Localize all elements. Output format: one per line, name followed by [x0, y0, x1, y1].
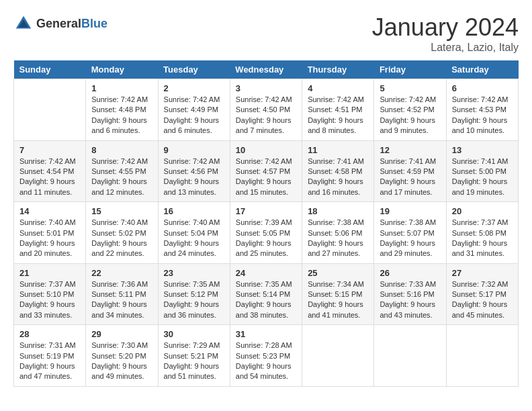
day-number: 1	[91, 83, 152, 93]
calendar-cell: 6Sunrise: 7:42 AMSunset: 4:53 PMDaylight…	[446, 79, 518, 141]
day-content: Sunrise: 7:42 AMSunset: 4:53 PMDaylight:…	[452, 95, 513, 136]
day-content: Sunrise: 7:42 AMSunset: 4:48 PMDaylight:…	[91, 95, 152, 136]
page-header: GeneralBlue January 2024 Latera, Lazio, …	[13, 13, 519, 54]
calendar-cell: 3Sunrise: 7:42 AMSunset: 4:50 PMDaylight…	[230, 79, 302, 141]
day-number: 29	[91, 329, 152, 339]
col-header-wednesday: Wednesday	[230, 60, 302, 79]
day-content: Sunrise: 7:41 AMSunset: 5:00 PMDaylight:…	[452, 156, 513, 198]
col-header-tuesday: Tuesday	[158, 60, 230, 79]
day-number: 15	[91, 206, 152, 216]
day-content: Sunrise: 7:33 AMSunset: 5:16 PMDaylight:…	[380, 279, 440, 321]
calendar-cell: 7Sunrise: 7:42 AMSunset: 4:54 PMDaylight…	[14, 140, 86, 202]
day-content: Sunrise: 7:42 AMSunset: 4:54 PMDaylight:…	[19, 156, 80, 198]
day-number: 9	[164, 145, 224, 155]
day-number: 4	[308, 83, 368, 93]
day-number: 2	[164, 83, 224, 93]
day-content: Sunrise: 7:40 AMSunset: 5:02 PMDaylight:…	[91, 218, 152, 259]
day-content: Sunrise: 7:42 AMSunset: 4:57 PMDaylight:…	[236, 156, 296, 198]
calendar-cell: 18Sunrise: 7:38 AMSunset: 5:06 PMDayligh…	[302, 202, 374, 264]
day-content: Sunrise: 7:40 AMSunset: 5:01 PMDaylight:…	[19, 218, 80, 259]
logo: GeneralBlue	[13, 13, 107, 34]
calendar-cell	[446, 325, 518, 387]
col-header-saturday: Saturday	[446, 60, 518, 79]
calendar-cell: 1Sunrise: 7:42 AMSunset: 4:48 PMDaylight…	[86, 79, 158, 141]
calendar-cell: 22Sunrise: 7:36 AMSunset: 5:11 PMDayligh…	[86, 263, 158, 325]
day-number: 20	[452, 206, 513, 216]
day-content: Sunrise: 7:38 AMSunset: 5:06 PMDaylight:…	[308, 218, 368, 259]
day-number: 5	[380, 83, 440, 93]
day-number: 24	[236, 268, 296, 278]
calendar-week-row: 14Sunrise: 7:40 AMSunset: 5:01 PMDayligh…	[14, 202, 519, 264]
calendar-cell: 13Sunrise: 7:41 AMSunset: 5:00 PMDayligh…	[446, 140, 518, 202]
logo-general-text: General	[36, 17, 81, 30]
day-number: 11	[308, 145, 368, 155]
day-number: 10	[236, 145, 296, 155]
day-number: 22	[91, 268, 152, 278]
calendar-header-row: SundayMondayTuesdayWednesdayThursdayFrid…	[14, 60, 519, 79]
logo-blue-text: Blue	[81, 17, 107, 30]
day-number: 21	[19, 268, 80, 278]
day-number: 14	[19, 206, 80, 216]
day-content: Sunrise: 7:28 AMSunset: 5:23 PMDaylight:…	[236, 340, 296, 382]
day-number: 26	[380, 268, 440, 278]
day-content: Sunrise: 7:31 AMSunset: 5:19 PMDaylight:…	[19, 340, 80, 382]
day-content: Sunrise: 7:42 AMSunset: 4:49 PMDaylight:…	[164, 95, 224, 136]
day-number: 27	[452, 268, 513, 278]
day-number: 7	[19, 145, 80, 155]
title-block: January 2024 Latera, Lazio, Italy	[372, 13, 519, 54]
day-number: 31	[236, 329, 296, 339]
day-content: Sunrise: 7:37 AMSunset: 5:08 PMDaylight:…	[452, 218, 513, 259]
calendar-cell: 28Sunrise: 7:31 AMSunset: 5:19 PMDayligh…	[14, 325, 86, 387]
calendar-cell: 26Sunrise: 7:33 AMSunset: 5:16 PMDayligh…	[374, 263, 446, 325]
day-content: Sunrise: 7:42 AMSunset: 4:50 PMDaylight:…	[236, 95, 296, 136]
calendar-cell: 20Sunrise: 7:37 AMSunset: 5:08 PMDayligh…	[446, 202, 518, 264]
calendar-cell: 2Sunrise: 7:42 AMSunset: 4:49 PMDaylight…	[158, 79, 230, 141]
day-number: 8	[91, 145, 152, 155]
day-content: Sunrise: 7:42 AMSunset: 4:56 PMDaylight:…	[164, 156, 224, 198]
day-content: Sunrise: 7:41 AMSunset: 4:59 PMDaylight:…	[380, 156, 440, 198]
day-content: Sunrise: 7:30 AMSunset: 5:20 PMDaylight:…	[91, 340, 152, 382]
day-content: Sunrise: 7:42 AMSunset: 4:55 PMDaylight:…	[91, 156, 152, 198]
logo-icon	[13, 13, 34, 34]
day-content: Sunrise: 7:29 AMSunset: 5:21 PMDaylight:…	[164, 340, 224, 382]
calendar-cell: 29Sunrise: 7:30 AMSunset: 5:20 PMDayligh…	[86, 325, 158, 387]
calendar-cell: 4Sunrise: 7:42 AMSunset: 4:51 PMDaylight…	[302, 79, 374, 141]
calendar-cell: 11Sunrise: 7:41 AMSunset: 4:58 PMDayligh…	[302, 140, 374, 202]
day-number: 25	[308, 268, 368, 278]
col-header-monday: Monday	[86, 60, 158, 79]
calendar-cell: 21Sunrise: 7:37 AMSunset: 5:10 PMDayligh…	[14, 263, 86, 325]
calendar-cell: 10Sunrise: 7:42 AMSunset: 4:57 PMDayligh…	[230, 140, 302, 202]
calendar-week-row: 28Sunrise: 7:31 AMSunset: 5:19 PMDayligh…	[14, 325, 519, 387]
calendar-cell: 19Sunrise: 7:38 AMSunset: 5:07 PMDayligh…	[374, 202, 446, 264]
day-number: 16	[164, 206, 224, 216]
col-header-thursday: Thursday	[302, 60, 374, 79]
day-content: Sunrise: 7:34 AMSunset: 5:15 PMDaylight:…	[308, 279, 368, 321]
calendar-cell: 25Sunrise: 7:34 AMSunset: 5:15 PMDayligh…	[302, 263, 374, 325]
day-number: 17	[236, 206, 296, 216]
day-content: Sunrise: 7:39 AMSunset: 5:05 PMDaylight:…	[236, 218, 296, 259]
day-content: Sunrise: 7:38 AMSunset: 5:07 PMDaylight:…	[380, 218, 440, 259]
col-header-friday: Friday	[374, 60, 446, 79]
day-content: Sunrise: 7:37 AMSunset: 5:10 PMDaylight:…	[19, 279, 80, 321]
calendar-cell	[302, 325, 374, 387]
day-content: Sunrise: 7:32 AMSunset: 5:17 PMDaylight:…	[452, 279, 513, 321]
day-content: Sunrise: 7:36 AMSunset: 5:11 PMDaylight:…	[91, 279, 152, 321]
calendar-cell: 31Sunrise: 7:28 AMSunset: 5:23 PMDayligh…	[230, 325, 302, 387]
calendar-week-row: 7Sunrise: 7:42 AMSunset: 4:54 PMDaylight…	[14, 140, 519, 202]
calendar-cell: 27Sunrise: 7:32 AMSunset: 5:17 PMDayligh…	[446, 263, 518, 325]
month-title: January 2024	[372, 13, 519, 42]
day-content: Sunrise: 7:35 AMSunset: 5:12 PMDaylight:…	[164, 279, 224, 321]
day-content: Sunrise: 7:41 AMSunset: 4:58 PMDaylight:…	[308, 156, 368, 198]
day-number: 18	[308, 206, 368, 216]
calendar-cell: 5Sunrise: 7:42 AMSunset: 4:52 PMDaylight…	[374, 79, 446, 141]
calendar-cell: 23Sunrise: 7:35 AMSunset: 5:12 PMDayligh…	[158, 263, 230, 325]
day-number: 3	[236, 83, 296, 93]
day-number: 28	[19, 329, 80, 339]
calendar-week-row: 1Sunrise: 7:42 AMSunset: 4:48 PMDaylight…	[14, 79, 519, 141]
calendar-cell	[374, 325, 446, 387]
calendar-cell: 15Sunrise: 7:40 AMSunset: 5:02 PMDayligh…	[86, 202, 158, 264]
calendar-week-row: 21Sunrise: 7:37 AMSunset: 5:10 PMDayligh…	[14, 263, 519, 325]
calendar-table: SundayMondayTuesdayWednesdayThursdayFrid…	[13, 60, 519, 387]
day-content: Sunrise: 7:40 AMSunset: 5:04 PMDaylight:…	[164, 218, 224, 259]
day-content: Sunrise: 7:42 AMSunset: 4:51 PMDaylight:…	[308, 95, 368, 136]
